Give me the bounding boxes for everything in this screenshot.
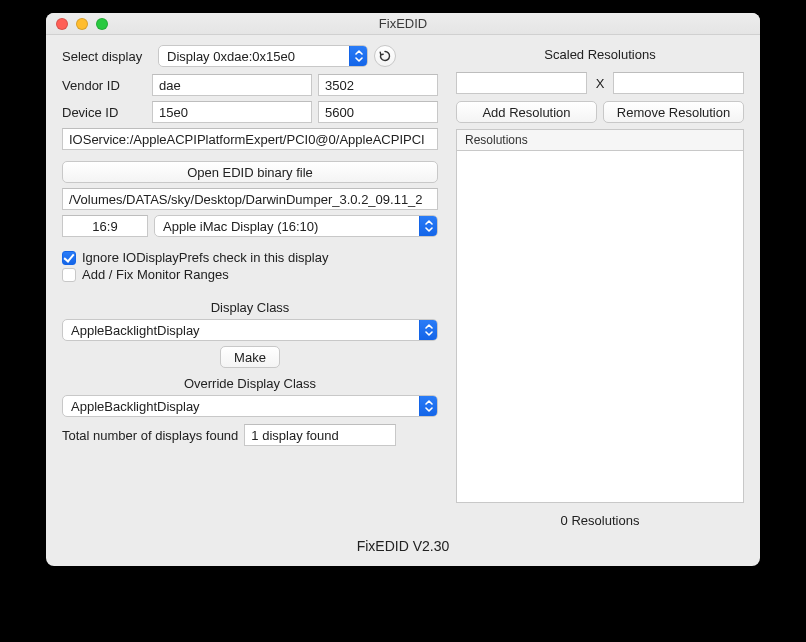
add-fix-ranges-checkbox[interactable]: Add / Fix Monitor Ranges (62, 267, 438, 282)
total-displays-field[interactable] (244, 424, 396, 446)
vendor-id-label: Vendor ID (62, 78, 146, 93)
add-fix-ranges-checkbox-input[interactable] (62, 268, 76, 282)
resolutions-count-label: 0 Resolutions (456, 513, 744, 528)
app-window: FixEDID Select display Display 0xdae:0x1… (46, 13, 760, 566)
minimize-icon[interactable] (76, 18, 88, 30)
resolutions-table[interactable]: Resolutions (456, 129, 744, 503)
open-edid-button[interactable]: Open EDID binary file (62, 161, 438, 183)
add-resolution-label: Add Resolution (482, 105, 570, 120)
zoom-icon[interactable] (96, 18, 108, 30)
resolution-separator: X (593, 76, 607, 91)
chevron-updown-icon (349, 46, 367, 66)
make-button[interactable]: Make (220, 346, 280, 368)
device-id-label: Device ID (62, 105, 146, 120)
display-select[interactable]: Display 0xdae:0x15e0 (158, 45, 368, 67)
ioservice-path-field[interactable] (62, 128, 438, 150)
ignore-prefs-checkbox-input[interactable] (62, 251, 76, 265)
override-display-class-select[interactable]: AppleBacklightDisplay (62, 395, 438, 417)
display-class-select[interactable]: AppleBacklightDisplay (62, 319, 438, 341)
device-id-hex-field[interactable] (152, 101, 312, 123)
display-profile-select[interactable]: Apple iMac Display (16:10) (154, 215, 438, 237)
scaled-resolutions-title: Scaled Resolutions (456, 47, 744, 62)
titlebar[interactable]: FixEDID (46, 13, 760, 35)
make-button-label: Make (234, 350, 266, 365)
window-controls (46, 18, 108, 30)
override-display-class-label: Override Display Class (62, 376, 438, 391)
left-column: Select display Display 0xdae:0x15e0 (62, 45, 438, 528)
chevron-updown-icon (419, 396, 437, 416)
right-column: Scaled Resolutions X Add Resolution Remo… (456, 45, 744, 528)
refresh-button[interactable] (374, 45, 396, 67)
display-profile-value: Apple iMac Display (16:10) (155, 219, 419, 234)
display-class-label: Display Class (62, 300, 438, 315)
open-edid-button-label: Open EDID binary file (187, 165, 313, 180)
resolution-height-field[interactable] (613, 72, 744, 94)
chevron-updown-icon (419, 320, 437, 340)
display-select-value: Display 0xdae:0x15e0 (159, 49, 349, 64)
override-display-class-value: AppleBacklightDisplay (63, 399, 419, 414)
remove-resolution-button[interactable]: Remove Resolution (603, 101, 744, 123)
total-displays-label: Total number of displays found (62, 428, 238, 443)
close-icon[interactable] (56, 18, 68, 30)
ignore-prefs-label: Ignore IODisplayPrefs check in this disp… (82, 250, 328, 265)
version-footer: FixEDID V2.30 (62, 528, 744, 558)
remove-resolution-label: Remove Resolution (617, 105, 730, 120)
ignore-prefs-checkbox[interactable]: Ignore IODisplayPrefs check in this disp… (62, 250, 438, 265)
add-fix-ranges-label: Add / Fix Monitor Ranges (82, 267, 229, 282)
window-title: FixEDID (46, 16, 760, 31)
resolutions-table-body (457, 151, 743, 502)
add-resolution-button[interactable]: Add Resolution (456, 101, 597, 123)
select-display-label: Select display (62, 49, 152, 64)
vendor-id-hex-field[interactable] (152, 74, 312, 96)
chevron-updown-icon (419, 216, 437, 236)
resolution-width-field[interactable] (456, 72, 587, 94)
vendor-id-dec-field[interactable] (318, 74, 438, 96)
device-id-dec-field[interactable] (318, 101, 438, 123)
refresh-icon (379, 50, 391, 62)
display-class-value: AppleBacklightDisplay (63, 323, 419, 338)
resolutions-table-header: Resolutions (457, 130, 743, 151)
edid-file-path-field[interactable] (62, 188, 438, 210)
content-area: Select display Display 0xdae:0x15e0 (46, 35, 760, 566)
aspect-ratio-field[interactable] (62, 215, 148, 237)
